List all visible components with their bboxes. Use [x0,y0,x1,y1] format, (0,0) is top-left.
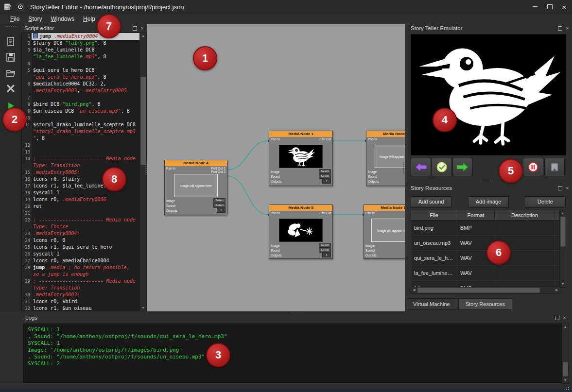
menu-file[interactable]: File [6,15,24,23]
code-line-8[interactable]: 8$bird DC8 "bird.png", 8 [22,101,139,108]
title-bar[interactable]: StoryTeller Editor - /home/anthony/ostpr… [0,0,572,14]
table-scrollbar[interactable]: ▲ ▼ [559,210,566,287]
code-line-7[interactable]: 7 [22,94,139,101]
scroll-right-icon[interactable]: ▶ [554,287,560,292]
resource-row[interactable]: bird.pngBMP [411,221,566,236]
media-node[interactable]: Media Node 1Pan InPan OutImageSelectSoun… [269,131,333,186]
save-button[interactable] [4,51,17,64]
select-button[interactable]: Select [319,248,331,253]
node-title[interactable]: Media Node 1 [269,131,332,137]
script-editor-close-button[interactable]: × [139,26,145,31]
code-line-21[interactable]: 21 [22,210,139,217]
scroll-up-icon[interactable]: ▲ [140,33,146,39]
dock-splitter-handle[interactable] [480,180,493,182]
input-port[interactable]: Pan In [368,137,377,144]
home-button[interactable] [544,158,565,176]
code-line-30[interactable]: 30.mediaEntry0003: [22,291,139,298]
previous-button[interactable] [411,158,431,176]
delete-button[interactable]: Delete [525,196,566,208]
logs-float-button[interactable] [555,315,560,321]
output-port[interactable]: Port Out 2 [211,170,225,173]
select-button[interactable]: Select [213,198,225,203]
resources-close-button[interactable]: × [565,186,570,191]
column-header-format[interactable]: Format [457,210,495,220]
input-port[interactable]: Pan In [166,167,175,173]
table-hscrollbar[interactable]: ◀ ▶ [411,287,560,294]
code-line-5[interactable]: 5$qui_sera_le_hero DC8 "qui_sera_le_hero… [22,67,139,81]
logs-scrollbar[interactable]: ▲ ▼ [562,324,569,384]
code-line-27[interactable]: 27lcons r0, $mediaChoice0004 [22,257,139,264]
media-node[interactable]: Media Node 5Pan InPan OutImageSelectSoun… [269,205,333,259]
minimize-button[interactable] [529,2,541,12]
code-line-18[interactable]: 18syscall 1 [22,189,139,196]
code-line-25[interactable]: 25lcons r1, $qui_sera_le_hero [22,244,139,251]
pause-button[interactable] [523,158,543,176]
splitter-handle[interactable] [145,162,147,174]
code-line-4[interactable]: 4 [22,60,139,67]
code-line-20[interactable]: 20ret [22,203,139,210]
tab-virtual-machine[interactable]: Virtual Machine [406,298,457,310]
scroll-left-icon[interactable]: ◀ [411,287,417,292]
outputs-spinner[interactable]: 1 [322,253,331,257]
scroll-up-icon[interactable]: ▲ [562,324,568,330]
outputs-spinner[interactable]: 1 [322,179,331,184]
validate-button[interactable] [432,158,452,176]
scroll-down-icon[interactable]: ▼ [560,281,566,287]
outputs-spinner[interactable]: 1 [217,208,225,213]
logs-close-button[interactable]: × [562,315,567,321]
code-line-9[interactable]: 9$un_oiseau DC8 "un_oiseau.mp3", 8 [22,108,139,115]
menu-help[interactable]: Help [79,15,100,23]
script-editor-float-button[interactable] [132,26,138,31]
select-button[interactable]: Select [319,243,331,248]
output-port[interactable]: Pan Out [319,211,331,215]
scroll-up-icon[interactable]: ▲ [560,210,566,216]
menu-story[interactable]: Story [24,15,46,23]
node-canvas[interactable]: Media Node 4Pan InPort Out 1Port Out 2Im… [147,24,405,311]
scroll-down-icon[interactable]: ▼ [562,377,568,383]
node-title[interactable]: Media Node 5 [269,205,332,211]
add-sound-button[interactable]: Add sound [411,196,451,208]
select-button[interactable]: Select [319,169,331,174]
media-node[interactable]: Media Node 2Pan InImage will appear here… [366,131,405,186]
code-line-14[interactable]: 14; ---------------------- Media node Ty… [22,155,139,169]
close-button[interactable]: × [558,2,570,12]
code-line-13[interactable]: 13 [22,149,139,155]
output-port[interactable]: Pan Out [319,137,331,141]
code-line-26[interactable]: 26syscall 1 [22,251,139,257]
open-button[interactable] [4,67,17,79]
code-line-24[interactable]: 24lcons r0, 0 [22,237,139,244]
scroll-thumb[interactable] [140,77,146,165]
toolbar-grip[interactable] [5,26,17,27]
code-line-29[interactable]: 29; ---------------------- Media node Ty… [22,278,139,291]
scroll-thumb[interactable] [417,288,540,293]
code-line-28[interactable]: 28jump .media ; no return possible, so a… [22,264,139,278]
code-line-10[interactable]: 10 [22,115,139,121]
close-project-button[interactable] [4,82,17,95]
select-button[interactable]: Select [213,203,225,208]
maximize-button[interactable] [544,2,555,12]
new-script-button[interactable] [4,35,17,48]
splitter-handle[interactable] [403,162,404,174]
logs-output[interactable]: SYSCALL: 1, Sound: "/home/anthony/ostpro… [23,324,564,383]
menu-windows[interactable]: Windows [46,15,79,23]
code-editor[interactable]: 1jump .mediaEntry00042$fairy DC8 "fairy.… [21,33,147,311]
node-title[interactable]: Media Node 3 [364,205,405,211]
input-port[interactable]: Pan In [365,211,375,218]
scroll-down-icon[interactable]: ▼ [140,305,146,311]
code-line-2[interactable]: 2$fairy DC8 "fairy.png", 8 [22,40,139,47]
output-port[interactable]: Port Out 1 [211,167,225,170]
resources-float-button[interactable] [557,186,563,191]
emulator-close-button[interactable]: × [565,26,570,31]
code-line-12[interactable]: 12 [22,142,139,149]
code-line-3[interactable]: 3$la_fee_luminelle DC8 "la_fee_luminelle… [22,47,139,60]
column-header-file[interactable]: File [411,210,457,220]
code-line-1[interactable]: 1jump .mediaEntry0004 [22,33,139,40]
input-port[interactable]: Pan In [271,137,280,144]
splitter-handle[interactable] [290,311,303,313]
scroll-thumb[interactable] [560,217,566,247]
code-line-22[interactable]: 22; ---------------------- Media node Ty… [22,217,139,230]
code-line-23[interactable]: 23.mediaEntry0004: [22,230,139,237]
input-port[interactable]: Pan In [271,211,280,218]
node-title[interactable]: Media Node 2 [366,131,405,137]
code-line-32[interactable]: 32lcons r1, $un_oiseau [22,305,139,311]
